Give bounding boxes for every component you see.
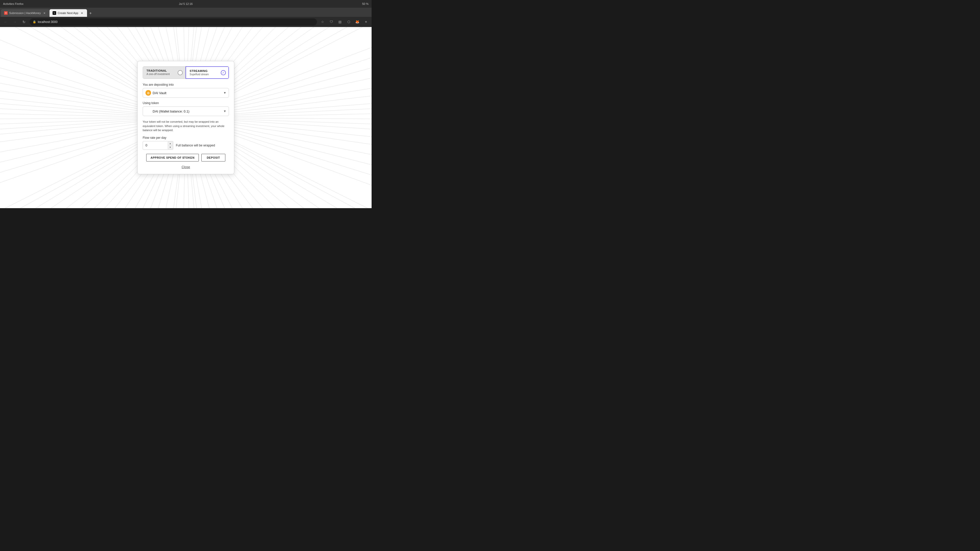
tab-close-submission[interactable]: ✕ — [42, 11, 46, 15]
flow-rate-increment[interactable]: ▲ — [168, 141, 173, 145]
flow-rate-section: Flow rate per day ▲ ▼ Full ballance will… — [143, 136, 229, 150]
tab-streaming[interactable]: STREAMING Supefluid stream ✓ — [186, 66, 229, 79]
traditional-title: TRADITIONAL — [146, 69, 182, 72]
titlebar-left: Activities Firefox — [3, 2, 24, 5]
forward-button[interactable]: → — [11, 18, 18, 25]
vault-selected-value: DAI Vault — [153, 91, 166, 95]
tab-favicon-submission: H — [4, 11, 8, 15]
flow-rate-spinners: ▲ ▼ — [168, 141, 173, 149]
modal-dialog: TRADITIONAL A one-off investment STREAMI… — [137, 61, 234, 174]
token-select[interactable]: DAI (Wallet balance: 0.1) — [143, 106, 229, 116]
traditional-subtitle: A one-off investment — [146, 73, 182, 76]
new-tab-button[interactable]: + — [87, 10, 94, 17]
vault-select[interactable]: ◎ DAI Vault — [143, 88, 229, 98]
titlebar: Activities Firefox Jul 5 12:16 50 % — [0, 0, 372, 8]
flow-rate-decrement[interactable]: ▼ — [168, 145, 173, 149]
streaming-subtitle: Supefluid stream — [189, 73, 225, 76]
toolbar-right: ☆ 🛡 ▤ ⬡ 🦊 ≡ — [319, 18, 369, 25]
firefox-account-icon[interactable]: 🦊 — [354, 18, 361, 25]
token-selected-value: DAI (Wallet balance: 0.1) — [153, 110, 189, 113]
bookmark-icon[interactable]: ☆ — [319, 18, 326, 25]
deposit-button[interactable]: DEPOSIT — [201, 154, 225, 162]
approve-button[interactable]: APPROVE SPEND OF $TOKEN — [146, 154, 199, 162]
streaming-title: STREAMING — [189, 69, 225, 73]
address-bar: ← → ↻ 🔒 localhost:3000 ☆ 🛡 ▤ ⬡ 🦊 ≡ — [0, 17, 372, 27]
content-area: TRADITIONAL A one-off investment STREAMI… — [0, 27, 372, 208]
security-icon: 🔒 — [33, 20, 36, 24]
tab-label-nextapp: Create Next App — [58, 11, 78, 14]
modal-overlay: TRADITIONAL A one-off investment STREAMI… — [0, 27, 372, 208]
sidebar-icon[interactable]: ▤ — [336, 18, 344, 25]
tab-traditional[interactable]: TRADITIONAL A one-off investment — [143, 66, 186, 79]
reload-button[interactable]: ↻ — [21, 18, 27, 25]
flow-rate-input-wrapper: ▲ ▼ — [143, 141, 173, 150]
titlebar-datetime: Jul 5 12:16 — [179, 2, 192, 5]
tab-favicon-nextapp: N — [52, 11, 56, 15]
depositing-label: You are depositing into — [143, 83, 229, 86]
flow-rate-note: Full ballance will be wrapped — [176, 144, 215, 147]
close-link[interactable]: Close — [143, 165, 229, 169]
tab-label-submission: Submission | HackMoney — [9, 11, 41, 14]
tab-submission[interactable]: H Submission | HackMoney ✕ — [1, 9, 49, 17]
investment-type-tabs: TRADITIONAL A one-off investment STREAMI… — [143, 66, 229, 79]
address-input-wrapper[interactable]: 🔒 localhost:3000 — [30, 18, 317, 25]
flow-rate-label: Flow rate per day — [143, 136, 229, 140]
tab-close-nextapp[interactable]: ✕ — [80, 11, 84, 15]
back-button[interactable]: ← — [2, 18, 9, 25]
battery-label: 50 % — [362, 2, 369, 5]
flow-rate-row: ▲ ▼ Full ballance will be wrapped — [143, 141, 229, 150]
info-text: Your token will not be converted, but ma… — [143, 120, 229, 132]
vault-select-wrapper[interactable]: ◎ DAI Vault ▼ — [143, 88, 229, 98]
overflow-icon[interactable]: ≡ — [363, 18, 369, 25]
dai-icon: ◎ — [145, 90, 151, 96]
shield-icon[interactable]: 🛡 — [328, 18, 335, 25]
action-buttons: APPROVE SPEND OF $TOKEN DEPOSIT — [143, 154, 229, 162]
address-text: localhost:3000 — [38, 20, 57, 24]
tab-bar: H Submission | HackMoney ✕ N Create Next… — [0, 8, 372, 17]
extensions-icon[interactable]: ⬡ — [345, 18, 352, 25]
titlebar-right: 50 % — [362, 2, 369, 5]
tab-create-next-app[interactable]: N Create Next App ✕ — [49, 9, 87, 17]
traditional-radio — [178, 70, 183, 75]
streaming-check-icon: ✓ — [221, 70, 226, 75]
token-label: Using token — [143, 101, 229, 105]
token-select-wrapper[interactable]: DAI (Wallet balance: 0.1) ▼ — [143, 106, 229, 116]
activities-label[interactable]: Activities Firefox — [3, 2, 24, 5]
